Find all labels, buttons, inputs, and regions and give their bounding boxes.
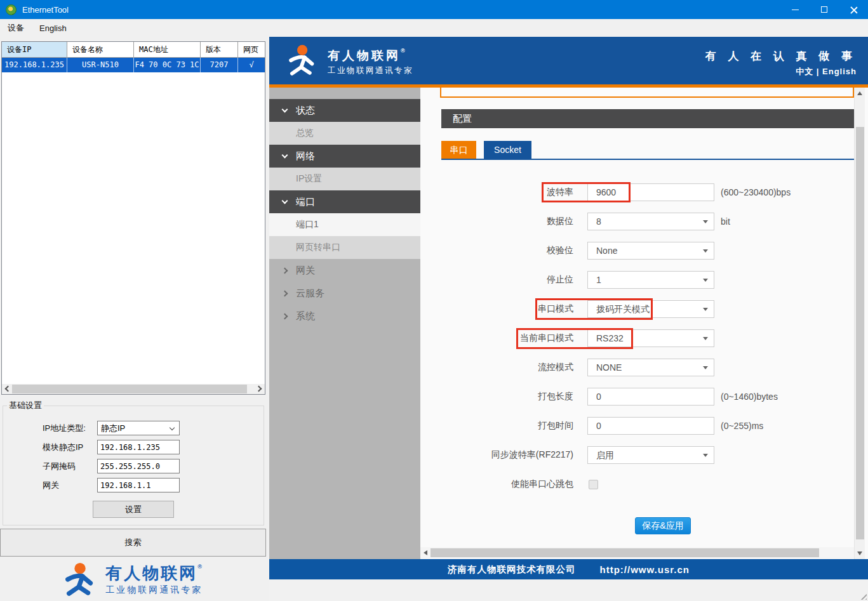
resize-grip[interactable] [858,591,867,600]
device-list-area [2,72,265,384]
sidebar-item-port1[interactable]: 端口1 [269,213,420,236]
tab-socket[interactable]: Socket [484,141,531,159]
vscrollbar-thumb[interactable] [856,127,864,539]
hscrollbar-thumb[interactable] [12,385,247,393]
maximize-button[interactable] [810,0,839,19]
device-table: 设备IP 设备名称 MAC地址 版本 网页 192.168.1.235 USR-… [1,41,265,395]
sync-baud-select[interactable]: 启用 [587,446,714,464]
column-header-mac[interactable]: MAC地址 [134,42,201,57]
ip-type-value: 静态IP [101,423,125,433]
ip-type-select[interactable]: 静态IP [97,421,180,435]
current-serial-mode-select[interactable]: RS232 [587,329,714,347]
chevron-right-icon [282,268,288,274]
close-button[interactable] [839,0,868,19]
scrolled-section-remnant [440,88,854,98]
sidebar-item-web-to-serial[interactable]: 网页转串口 [269,236,420,259]
gateway-field[interactable] [97,478,180,492]
menu-device[interactable]: 设备 [0,22,32,34]
packet-length-input[interactable] [587,388,714,406]
caret-down-icon [703,366,708,369]
usr-person-icon [62,562,99,598]
app-icon [6,4,17,15]
cell-version: 7207 [201,58,238,72]
packet-time-hint: (0~255)ms [721,421,763,431]
web-registered-mark: ® [401,48,408,54]
search-button[interactable]: 搜索 [0,529,266,557]
column-header-device-name[interactable]: 设备名称 [67,42,134,57]
device-table-hscrollbar[interactable] [2,384,265,394]
scroll-right-icon[interactable] [256,386,262,392]
chevron-down-icon [282,198,288,204]
stop-bits-select[interactable]: 1 [587,271,714,289]
caret-down-icon [703,220,708,223]
set-button[interactable]: 设置 [93,501,174,518]
packet-time-label: 打包时间 [420,420,573,432]
caret-down-icon [703,308,708,311]
scroll-left-icon[interactable] [424,550,427,555]
static-ip-field[interactable] [97,440,180,454]
flow-control-select[interactable]: NONE [587,359,714,376]
data-bits-select[interactable]: 8 [587,213,714,230]
heartbeat-checkbox[interactable] [589,480,598,489]
packet-time-input[interactable] [587,417,714,435]
column-header-device-ip[interactable]: 设备IP [2,42,67,57]
scroll-down-icon[interactable] [857,551,862,555]
language-switch[interactable]: 中文 | English [796,66,857,77]
sidebar-item-gateway[interactable]: 网关 [269,259,420,282]
footer-url-link[interactable]: http://www.usr.cn [600,564,690,575]
save-apply-button[interactable]: 保存&应用 [635,517,691,534]
caret-down-icon [703,249,708,253]
tab-underline [441,159,854,160]
web-header: 有人物联网® 工业物联网通讯专家 有 人 在 认 真 做 事 中文 | Engl… [269,37,868,84]
open-web-link[interactable]: √ [238,58,265,72]
caret-down-icon [703,454,708,457]
sidebar-item-overview[interactable]: 总览 [269,122,420,145]
menu-english[interactable]: English [32,23,74,33]
tab-serial[interactable]: 串口 [441,141,476,159]
cell-mac: F4 70 0C 73 1C 83 [134,58,201,72]
web-brand-slogan: 工业物联网通讯专家 [328,65,413,76]
sidebar-item-status[interactable]: 状态 [269,99,420,122]
flow-control-label: 流控模式 [420,362,573,373]
embedded-web-page: 有人物联网® 工业物联网通讯专家 有 人 在 认 真 做 事 中文 | Engl… [269,37,868,601]
parity-select[interactable]: None [587,242,714,260]
hscrollbar-thumb[interactable] [431,548,819,557]
baud-rate-input[interactable] [587,183,714,201]
content-vscrollbar[interactable] [854,88,865,559]
sidebar-item-port[interactable]: 端口 [269,190,420,213]
data-bits-hint: bit [721,216,730,227]
web-body: 状态 总览 网络 IP设置 端口 端口1 网页转串口 网关 云服务 系统 配置 … [269,88,868,559]
sidebar-item-ip-settings[interactable]: IP设置 [269,168,420,190]
config-section-title: 配置 [441,109,854,128]
menubar: 设备 English [0,19,868,37]
scroll-up-icon[interactable] [857,91,862,95]
web-brand-name: 有人物联网 [328,49,401,62]
titlebar[interactable]: EthernetTool [0,0,868,19]
usr-logo: 有人物联网® 工业物联网通讯专家 [0,560,266,600]
caret-down-icon [703,337,708,340]
web-sidebar: 状态 总览 网络 IP设置 端口 端口1 网页转串口 网关 云服务 系统 [269,88,420,559]
parity-label: 校验位 [420,245,573,256]
chevron-down-icon [170,425,175,430]
subnet-mask-field[interactable] [97,459,180,473]
minimize-button[interactable] [780,0,810,19]
content-hscrollbar[interactable] [420,547,865,558]
web-footer: 济南有人物联网技术有限公司 http://www.usr.cn [269,559,868,579]
registered-mark: ® [197,564,204,570]
column-header-web[interactable]: 网页 [238,42,265,57]
sidebar-item-system[interactable]: 系统 [269,305,420,327]
sidebar-item-network[interactable]: 网络 [269,145,420,168]
static-ip-label: 模块静态IP [43,442,97,453]
config-content: 配置 串口 Socket 波特率 (600~230400)bps 数据位 8 b… [420,88,854,559]
footer-company: 济南有人物联网技术有限公司 [448,564,576,576]
serial-mode-select[interactable]: 拨码开关模式 [587,300,714,318]
sidebar-item-cloud[interactable]: 云服务 [269,282,420,305]
sync-baud-label: 同步波特率(RF2217) [420,449,573,461]
baud-rate-label: 波特率 [420,187,573,198]
chevron-right-icon [282,314,288,320]
subnet-mask-label: 子网掩码 [43,461,97,472]
column-header-version[interactable]: 版本 [201,42,238,57]
scroll-left-icon[interactable] [5,386,11,392]
stop-bits-label: 停止位 [420,274,573,286]
table-row[interactable]: 192.168.1.235 USR-N510 F4 70 0C 73 1C 83… [2,58,265,72]
